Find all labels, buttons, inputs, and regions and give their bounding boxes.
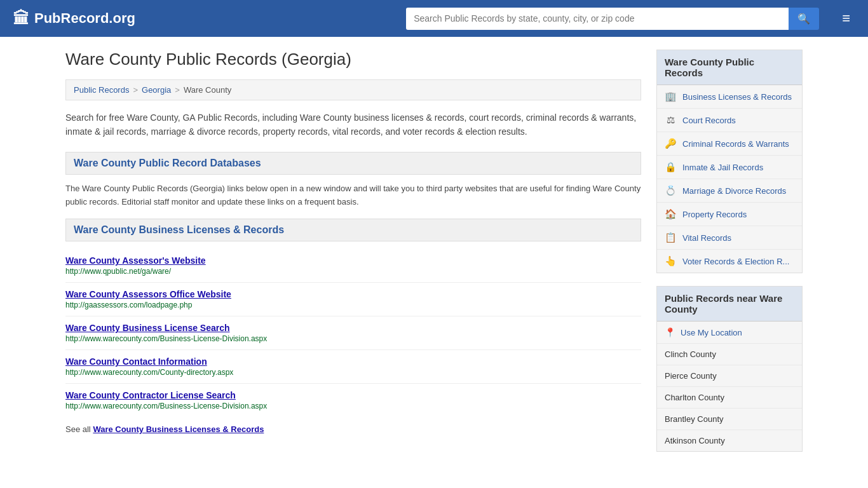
link-item: Ware County Contractor License Search ht… [65,384,641,417]
nearby-sidebar-items: 📍 Use My Location Clinch CountyPierce Co… [657,322,802,451]
link-url: http://www.qpublic.net/ga/ware/ [65,267,641,276]
search-input[interactable] [406,8,789,30]
record-type-icon: 📋 [665,232,676,243]
sidebar-record-item[interactable]: 🔑 Criminal Records & Warrants [657,132,802,156]
sidebar-record-item[interactable]: 📋 Vital Records [657,226,802,250]
nearby-county-item[interactable]: Charlton County [657,387,802,409]
header: 🏛 PubRecord.org 🔍 ≡ [0,0,868,37]
record-type-label: Vital Records [682,233,731,243]
records-sidebar-box: Ware County Public Records 🏢 Business Li… [656,50,803,273]
breadcrumb-ware-county: Ware County [184,85,231,95]
page-description: Search for free Ware County, GA Public R… [65,111,641,139]
link-url: http://www.warecounty.com/Business-Licen… [65,402,641,410]
record-type-icon: 🔒 [665,161,676,173]
link-title[interactable]: Ware County Contact Information [65,356,641,367]
record-type-icon: 🏢 [665,91,676,102]
link-item: Ware County Contact Information http://w… [65,350,641,384]
business-links-list: Ware County Assessor's Website http://ww… [65,249,641,417]
location-icon: 📍 [665,327,675,337]
sidebar-record-item[interactable]: 🏢 Business Licenses & Records [657,85,802,109]
link-title[interactable]: Ware County Assessor's Website [65,255,641,266]
nearby-label: Charlton County [665,393,724,402]
breadcrumb-sep-1: > [133,85,138,95]
link-url: http://gaassessors.com/loadpage.php [65,301,641,309]
sidebar-record-item[interactable]: 💍 Marriage & Divorce Records [657,179,802,203]
logo[interactable]: 🏛 PubRecord.org [13,9,135,29]
database-section-desc: The Ware County Public Records (Georgia)… [65,182,641,209]
nearby-label: Clinch County [665,349,716,359]
main-content: Ware County Public Records (Georgia) Pub… [65,50,641,464]
link-title[interactable]: Ware County Assessors Office Website [65,289,641,299]
record-type-label: Inmate & Jail Records [682,163,763,172]
link-item: Ware County Business License Search http… [65,316,641,350]
record-type-icon: 🔑 [665,138,676,149]
nearby-label: Use My Location [681,328,742,337]
record-type-label: Court Records [682,116,736,125]
record-type-icon: 🏠 [665,208,676,220]
see-all-link[interactable]: Ware County Business Licenses & Records [93,424,264,434]
hamburger-icon: ≡ [842,10,850,26]
link-url: http://www.warecounty.com/County-directo… [65,368,641,377]
search-button[interactable]: 🔍 [789,8,819,30]
nearby-label: Atkinson County [665,436,725,445]
link-item: Ware County Assessor's Website http://ww… [65,249,641,283]
nearby-label: Brantley County [665,414,724,424]
nearby-sidebar-title: Public Records near Ware County [657,287,802,322]
logo-icon: 🏛 [13,9,29,29]
record-type-icon: ⚖ [665,114,676,126]
nearby-county-item[interactable]: Clinch County [657,344,802,365]
nearby-county-item[interactable]: Atkinson County [657,430,802,451]
nearby-label: Pierce County [665,371,717,381]
record-type-icon: 💍 [665,185,676,196]
sidebar-record-item[interactable]: 👆 Voter Records & Election R... [657,250,802,273]
link-title[interactable]: Ware County Business License Search [65,323,641,333]
logo-text: PubRecord.org [34,10,135,27]
records-sidebar-title: Ware County Public Records [657,50,802,85]
sidebar: Ware County Public Records 🏢 Business Li… [656,50,803,464]
record-type-icon: 👆 [665,255,676,267]
breadcrumb-sep-2: > [175,85,180,95]
sidebar-record-item[interactable]: ⚖ Court Records [657,109,802,132]
search-icon: 🔍 [797,13,810,24]
sidebar-record-item[interactable]: 🏠 Property Records [657,203,802,226]
link-url: http://www.warecounty.com/Business-Licen… [65,334,641,343]
link-item: Ware County Assessors Office Website htt… [65,283,641,316]
breadcrumb: Public Records > Georgia > Ware County [65,79,641,100]
records-sidebar-items: 🏢 Business Licenses & Records ⚖ Court Re… [657,85,802,273]
record-type-label: Voter Records & Election R... [682,257,789,266]
sidebar-record-item[interactable]: 🔒 Inmate & Jail Records [657,156,802,179]
link-title[interactable]: Ware County Contractor License Search [65,390,641,400]
page-title: Ware County Public Records (Georgia) [65,50,641,69]
record-type-label: Business Licenses & Records [682,92,792,102]
page-container: Ware County Public Records (Georgia) Pub… [53,37,815,477]
nearby-county-item[interactable]: 📍 Use My Location [657,322,802,344]
nearby-county-item[interactable]: Pierce County [657,365,802,387]
database-section-header: Ware County Public Record Databases [65,152,641,175]
breadcrumb-georgia[interactable]: Georgia [142,85,171,95]
search-bar: 🔍 [406,8,819,30]
breadcrumb-public-records[interactable]: Public Records [74,85,129,95]
nearby-sidebar-box: Public Records near Ware County 📍 Use My… [656,286,803,452]
see-all: See all Ware County Business Licenses & … [65,424,641,434]
record-type-label: Property Records [682,210,747,219]
record-type-label: Marriage & Divorce Records [682,186,786,196]
record-type-label: Criminal Records & Warrants [682,139,789,149]
hamburger-button[interactable]: ≡ [837,8,855,29]
business-section-header: Ware County Business Licenses & Records [65,219,641,241]
nearby-county-item[interactable]: Brantley County [657,409,802,430]
